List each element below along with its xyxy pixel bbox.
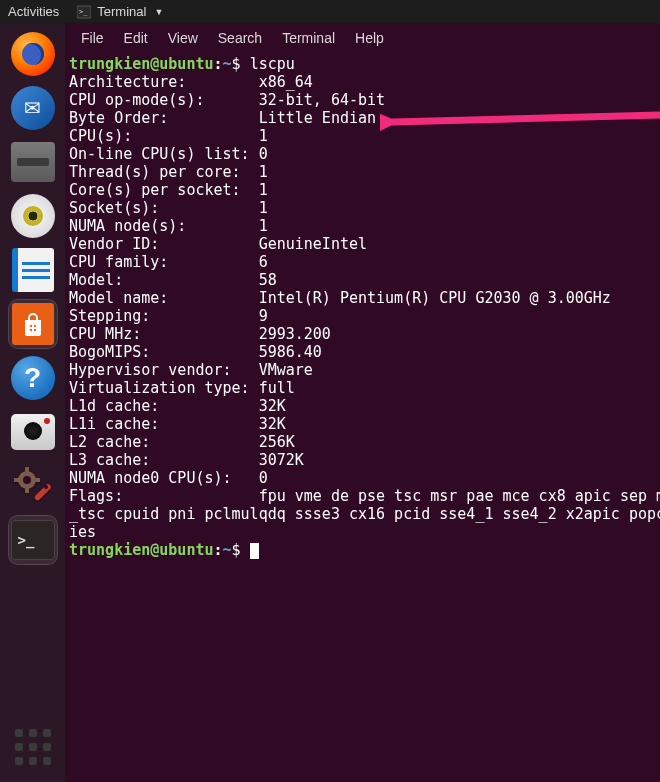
thunderbird-icon [11, 86, 55, 130]
terminal-output[interactable]: trungkien@ubuntu:~$ lscpu Architecture: … [65, 53, 660, 782]
chevron-down-icon: ▼ [154, 7, 163, 17]
svg-rect-8 [25, 488, 29, 493]
shopping-bag-icon [12, 303, 54, 345]
activities-button[interactable]: Activities [8, 4, 59, 19]
dock-terminal[interactable] [8, 515, 58, 565]
camera-icon [11, 414, 55, 450]
files-icon [11, 142, 55, 182]
dock-writer[interactable] [8, 245, 58, 295]
help-icon [11, 356, 55, 400]
dock-settings[interactable] [8, 461, 58, 511]
svg-rect-7 [25, 467, 29, 472]
svg-rect-10 [35, 478, 40, 482]
dock-help[interactable] [8, 353, 58, 403]
dock-thunderbird[interactable] [8, 83, 58, 133]
menu-help[interactable]: Help [347, 28, 392, 48]
document-icon [12, 248, 54, 292]
svg-point-11 [44, 485, 48, 489]
terminal-small-icon: >_ [77, 5, 91, 19]
dock-screenshot[interactable] [8, 407, 58, 457]
menu-view[interactable]: View [160, 28, 206, 48]
dock-apps-grid[interactable] [8, 722, 58, 772]
gear-wrench-icon [11, 464, 55, 508]
dock-files[interactable] [8, 137, 58, 187]
terminal-window: File Edit View Search Terminal Help trun… [65, 23, 660, 782]
svg-rect-4 [32, 324, 34, 332]
terminal-icon [11, 520, 55, 560]
dock-rhythmbox[interactable] [8, 191, 58, 241]
menu-edit[interactable]: Edit [116, 28, 156, 48]
menu-file[interactable]: File [73, 28, 112, 48]
svg-point-6 [23, 476, 31, 484]
menu-search[interactable]: Search [210, 28, 270, 48]
cursor [250, 543, 259, 559]
terminal-menubar: File Edit View Search Terminal Help [65, 23, 660, 53]
menu-terminal[interactable]: Terminal [274, 28, 343, 48]
firefox-icon [11, 32, 55, 76]
grid-icon [11, 725, 55, 769]
speaker-icon [11, 194, 55, 238]
top-panel: Activities >_ Terminal ▼ [0, 0, 660, 23]
dock-firefox[interactable] [8, 29, 58, 79]
svg-text:>_: >_ [79, 8, 88, 16]
app-menu[interactable]: >_ Terminal ▼ [77, 4, 163, 19]
svg-rect-9 [14, 478, 19, 482]
dock-software[interactable] [8, 299, 58, 349]
app-menu-label: Terminal [97, 4, 146, 19]
dock [0, 23, 65, 782]
